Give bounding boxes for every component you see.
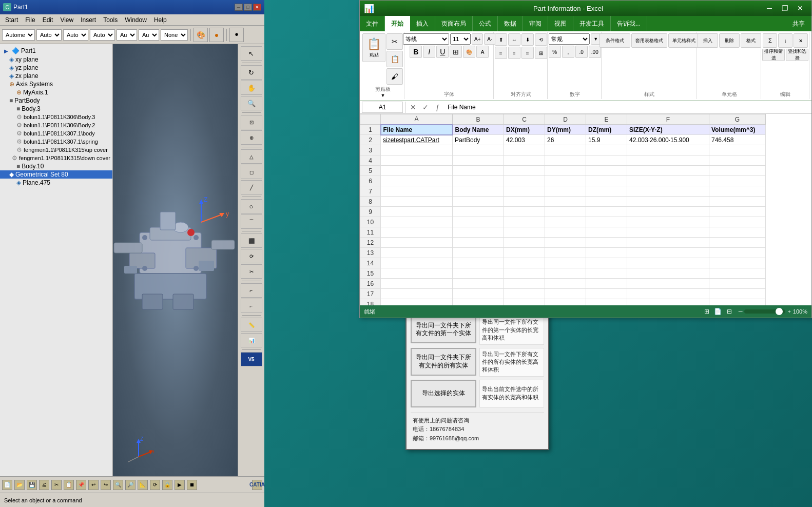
cell[interactable] <box>545 197 586 207</box>
cell[interactable]: Volume(mm^3) <box>709 125 766 135</box>
cell[interactable] <box>545 258 586 268</box>
cell[interactable] <box>709 176 766 186</box>
rt-btn-chamfer[interactable]: ⌐ <box>241 299 262 313</box>
cell[interactable] <box>586 248 627 258</box>
align-right-button[interactable]: ≡ <box>521 47 534 59</box>
cell[interactable] <box>504 279 545 289</box>
rt-btn-measure[interactable]: 📏 <box>241 318 262 332</box>
cell[interactable] <box>709 299 766 306</box>
cell[interactable] <box>453 176 504 186</box>
excel-minimize-button[interactable]: ─ <box>762 3 777 14</box>
cell[interactable] <box>627 289 709 299</box>
col-header-a[interactable]: A <box>381 114 453 125</box>
tree-item-bolun-k307-body[interactable]: ⚙ bolun1.1\P0811K307.1\body <box>0 129 112 138</box>
statusbar-icon-redo[interactable]: ↪ <box>101 480 111 490</box>
clear-button[interactable]: ✕ <box>794 33 808 48</box>
cell[interactable] <box>586 197 627 207</box>
tab-review[interactable]: 审阅 <box>523 16 548 31</box>
rt-btn-arc[interactable]: ⌒ <box>241 215 262 229</box>
fill-button[interactable]: ↓ <box>778 33 792 48</box>
cell[interactable] <box>545 166 586 176</box>
cell[interactable] <box>453 186 504 197</box>
normal-view-button[interactable]: ⊞ <box>702 306 712 317</box>
tab-share[interactable]: 共享 <box>786 16 811 31</box>
menu-start[interactable]: Start <box>2 15 21 25</box>
cell[interactable] <box>709 145 766 155</box>
tree-item-body3[interactable]: ■ Body.3 <box>0 105 112 113</box>
cell[interactable]: 42.003·26.000·15.900 <box>627 135 709 145</box>
cell[interactable] <box>381 155 453 166</box>
font-grow-button[interactable]: A+ <box>472 33 483 45</box>
cell[interactable] <box>627 145 709 155</box>
border-button[interactable]: ⊞ <box>450 46 462 58</box>
cell[interactable] <box>545 186 586 197</box>
cell[interactable] <box>381 299 453 306</box>
sum-button[interactable]: Σ <box>763 33 777 48</box>
catia-viewport[interactable]: Z y <box>113 44 238 476</box>
rt-btn-line[interactable]: ╱ <box>241 180 262 194</box>
cell[interactable] <box>709 238 766 248</box>
decimal-inc-button[interactable]: .0 <box>575 46 588 58</box>
cell[interactable] <box>627 155 709 166</box>
tab-developer[interactable]: 开发工具 <box>573 16 611 31</box>
rt-btn-sketch[interactable]: △ <box>241 149 262 164</box>
combo-none[interactable]: None <box>161 29 188 41</box>
cell[interactable] <box>586 186 627 197</box>
paste-button[interactable]: 📋 粘贴 <box>362 33 385 62</box>
cell[interactable] <box>627 258 709 268</box>
col-header-c[interactable]: C <box>504 114 545 125</box>
formula-confirm-button[interactable]: ✓ <box>420 102 431 113</box>
cell[interactable] <box>627 197 709 207</box>
tab-home[interactable]: 开始 <box>385 16 410 31</box>
cell[interactable] <box>545 279 586 289</box>
cell[interactable] <box>381 248 453 258</box>
table-format-button[interactable]: 套用表格格式 <box>631 33 667 48</box>
cell[interactable] <box>381 186 453 197</box>
rt-btn-analysis[interactable]: 📊 <box>241 333 262 347</box>
thousand-sep-button[interactable]: , <box>562 46 574 58</box>
cell[interactable] <box>381 217 453 227</box>
cell[interactable] <box>586 227 627 238</box>
zoom-minus-button[interactable]: ─ <box>739 308 743 315</box>
formula-insert-button[interactable]: ƒ <box>432 102 443 113</box>
find-select-button[interactable]: 查找和选择 <box>786 49 808 61</box>
statusbar-icon-undo[interactable]: ↩ <box>88 480 99 490</box>
cell[interactable] <box>504 217 545 227</box>
cell[interactable] <box>453 197 504 207</box>
tree-item-fengmen-down[interactable]: ⚙ fengmen1.1\P0811K315\down cover <box>0 154 112 162</box>
underline-button[interactable]: U <box>436 46 449 58</box>
text-direction-button[interactable]: ⟲ <box>535 33 547 46</box>
page-break-view-button[interactable]: ⊟ <box>724 306 734 317</box>
statusbar-icon-search2[interactable]: 🔎 <box>125 480 136 490</box>
cell[interactable] <box>545 289 586 299</box>
menu-edit[interactable]: Edit <box>40 15 56 25</box>
tree-item-zx-plane[interactable]: ◈ zx plane <box>0 72 112 80</box>
cell[interactable] <box>381 207 453 217</box>
cell[interactable] <box>627 186 709 197</box>
cell[interactable] <box>453 289 504 299</box>
col-header-e[interactable]: E <box>586 114 627 125</box>
statusbar-icon-search[interactable]: 🔍 <box>113 480 123 490</box>
rt-btn-extrude[interactable]: ⬛ <box>241 233 262 248</box>
cell[interactable] <box>586 217 627 227</box>
rt-btn-circle[interactable]: ○ <box>241 199 262 213</box>
name-box[interactable] <box>362 102 403 113</box>
zoom-slider[interactable] <box>744 309 785 314</box>
cell[interactable] <box>504 207 545 217</box>
cell[interactable] <box>504 248 545 258</box>
cell[interactable] <box>453 258 504 268</box>
tree-item-bolun-k306-body3[interactable]: ⚙ bolun1.1\P0811K306\Body.3 <box>0 113 112 121</box>
tree-item-fengmen-up[interactable]: ⚙ fengmen1.1\P0811K315\up cover <box>0 146 112 154</box>
cell[interactable] <box>709 268 766 279</box>
menu-view[interactable]: View <box>57 15 76 25</box>
rt-btn-flyover[interactable]: ⊕ <box>241 130 262 145</box>
cell[interactable] <box>627 248 709 258</box>
statusbar-icon-open[interactable]: 📂 <box>14 480 25 490</box>
cell[interactable] <box>545 238 586 248</box>
font-size-select[interactable]: 11 <box>450 33 471 45</box>
cell[interactable] <box>453 217 504 227</box>
italic-button[interactable]: I <box>423 46 435 58</box>
col-header-b[interactable]: B <box>453 114 504 125</box>
cell[interactable] <box>709 217 766 227</box>
clipboard-expand[interactable]: ▼ <box>380 93 385 98</box>
